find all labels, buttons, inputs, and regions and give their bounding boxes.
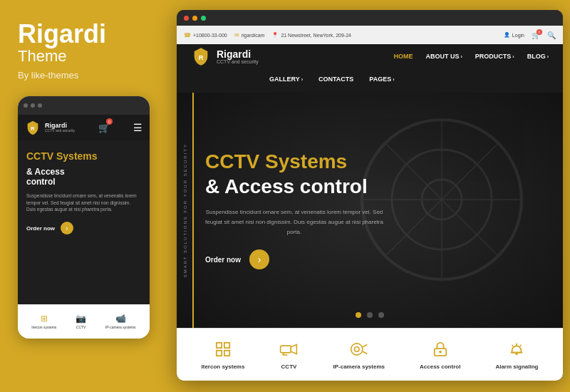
hero-order-button[interactable]: Order now › (205, 249, 383, 269)
mobile-logo-tagline: CCTV and security (45, 129, 75, 133)
left-panel: Rigardi Theme By like-themes R Rigardi C… (0, 0, 175, 392)
hero-order-arrow-icon: › (249, 249, 269, 269)
mobile-cart-icon[interactable]: 🛒 0 (98, 121, 110, 134)
ip-camera-icon: 📹 (115, 314, 126, 324)
desktop-nav-top: R Rigardi CCTV and security HOME ABOUT U… (177, 44, 563, 68)
desktop-services-bar: Itercon systems CCTV (177, 328, 563, 381)
hero-order-label: Order now (205, 256, 241, 264)
service-ip-camera: IP-camera systems (333, 341, 385, 370)
browser-address: 📍 21 Newstreet, NewYork, 209-24 (271, 32, 351, 38)
service-itercon: Itercon systems (202, 341, 245, 370)
mobile-topbar (18, 96, 150, 115)
gallery-chevron-icon: › (301, 77, 303, 82)
browser-cart-badge: 0 (537, 29, 542, 35)
svg-text:R: R (31, 125, 35, 132)
access-control-icon (432, 341, 448, 361)
desktop-logo-name: Rigardi (217, 49, 259, 59)
hero-dot-2[interactable] (367, 312, 373, 318)
nav-item-blog[interactable]: BLOG › (527, 53, 549, 60)
alarm-label: Alarm signaling (495, 363, 538, 370)
browser-info-bar: ☎ +10800-33-000 ✉ rigardicam 📍 21 Newstr… (177, 26, 563, 44)
browser-login-button[interactable]: 👤 Login (504, 32, 524, 38)
mobile-hero: CCTV Systems & Accesscontrol Suspendisse… (18, 140, 150, 304)
brand-by: By like-themes (18, 70, 157, 81)
svg-point-22 (439, 350, 442, 353)
cctv-label: CCTV (281, 363, 297, 370)
service-alarm: Alarm signaling (495, 341, 538, 370)
itercon-icon: ⊞ (41, 314, 48, 324)
nav-item-contacts[interactable]: CONTACTS (318, 76, 353, 83)
mobile-hero-text: Suspendisse tincidunt ornare sem, at ven… (26, 192, 141, 213)
itercon-systems-label: Itercon systems (202, 363, 245, 370)
hero-content: CCTV Systems & Access control Suspendiss… (177, 130, 405, 291)
svg-marker-14 (291, 344, 297, 354)
cctv-systems-icon (279, 341, 298, 361)
svg-line-25 (520, 344, 522, 346)
ip-camera-label: IP-camera systems (333, 363, 385, 370)
brand-subtitle: Theme (18, 47, 157, 66)
mobile-dot-1 (24, 103, 28, 108)
svg-rect-12 (224, 350, 229, 355)
svg-line-20 (363, 351, 368, 354)
mobile-hero-subtitle: & Accesscontrol (26, 167, 141, 187)
hero-title: CCTV Systems (205, 151, 383, 173)
mobile-service-ip: 📹 IP-camera systems (105, 314, 136, 329)
hero-dot-1[interactable] (356, 312, 361, 318)
nav-item-about[interactable]: ABOUT US › (425, 53, 462, 60)
hero-text: Suspendisse tincidunt ornare sem, at ven… (205, 207, 383, 237)
browser-email-text: rigardicam (242, 33, 265, 38)
browser-address-text: 21 Newstreet, NewYork, 209-24 (281, 33, 351, 38)
nav-item-pages[interactable]: PAGES › (369, 76, 394, 83)
blog-chevron-icon: › (547, 54, 549, 59)
mobile-dot-3 (38, 103, 42, 108)
mobile-order-label: Order now (26, 225, 55, 232)
alarm-signaling-icon (509, 341, 524, 361)
svg-line-24 (512, 344, 514, 346)
mobile-mockup: R Rigardi CCTV and security 🛒 0 ☰ CCTV S… (18, 96, 150, 339)
window-dot-yellow (192, 16, 197, 21)
desktop-nav-bottom: GALLERY › CONTACTS PAGES › (177, 68, 563, 90)
svg-point-18 (354, 346, 359, 351)
mobile-nav: R Rigardi CCTV and security 🛒 0 ☰ (18, 115, 150, 140)
svg-rect-10 (224, 342, 229, 347)
mobile-cart-badge: 0 (106, 118, 113, 125)
mobile-order-button[interactable]: Order now › (26, 222, 141, 234)
itercon-systems-icon (215, 341, 231, 361)
location-icon: 📍 (271, 32, 279, 38)
service-cctv: CCTV (279, 341, 298, 370)
svg-rect-13 (281, 346, 291, 353)
svg-text:R: R (199, 54, 204, 61)
login-label: Login (512, 33, 524, 38)
browser-cart-button[interactable]: 🛒 0 (532, 31, 540, 39)
mobile-service-cctv: 📷 CCTV (76, 314, 86, 329)
cctv-label: CCTV (76, 325, 86, 329)
mobile-order-arrow-icon: › (61, 222, 73, 234)
hero-title-2: & Access control (205, 176, 383, 198)
mobile-logo: R Rigardi CCTV and security (25, 120, 75, 135)
service-access-control: Access control (420, 341, 460, 370)
nav-item-products[interactable]: PRODUCTS › (475, 53, 514, 60)
svg-rect-9 (217, 342, 222, 347)
desktop-logo: R Rigardi CCTV and security (191, 46, 259, 66)
mobile-dot-2 (31, 103, 35, 108)
desktop-site-header: R Rigardi CCTV and security HOME ABOUT U… (177, 44, 563, 93)
pages-chevron-icon: › (393, 77, 394, 82)
cctv-icon: 📷 (76, 314, 86, 324)
desktop-mockup: ☎ +10800-33-000 ✉ rigardicam 📍 21 Newstr… (177, 10, 563, 381)
browser-phone-text: +10800-33-000 (193, 33, 227, 38)
hero-dot-3[interactable] (378, 312, 384, 318)
user-icon: 👤 (504, 32, 510, 38)
search-icon[interactable]: 🔍 (547, 31, 556, 39)
nav-item-gallery[interactable]: GALLERY › (269, 76, 303, 83)
ip-camera-label: IP-camera systems (105, 325, 136, 329)
mobile-services-bar: ⊞ Itercon systems 📷 CCTV 📹 IP-camera sys… (18, 304, 150, 339)
desktop-logo-tagline: CCTV and security (217, 59, 259, 64)
nav-item-home[interactable]: HOME (393, 53, 413, 60)
svg-rect-11 (217, 350, 222, 355)
hero-slide-dots (356, 312, 384, 318)
mobile-hamburger-icon[interactable]: ☰ (133, 122, 142, 133)
mobile-hero-title: CCTV Systems (26, 150, 141, 163)
svg-point-17 (351, 343, 362, 354)
window-dot-red (184, 16, 189, 21)
mobile-service-itercon: ⊞ Itercon systems (31, 314, 56, 329)
